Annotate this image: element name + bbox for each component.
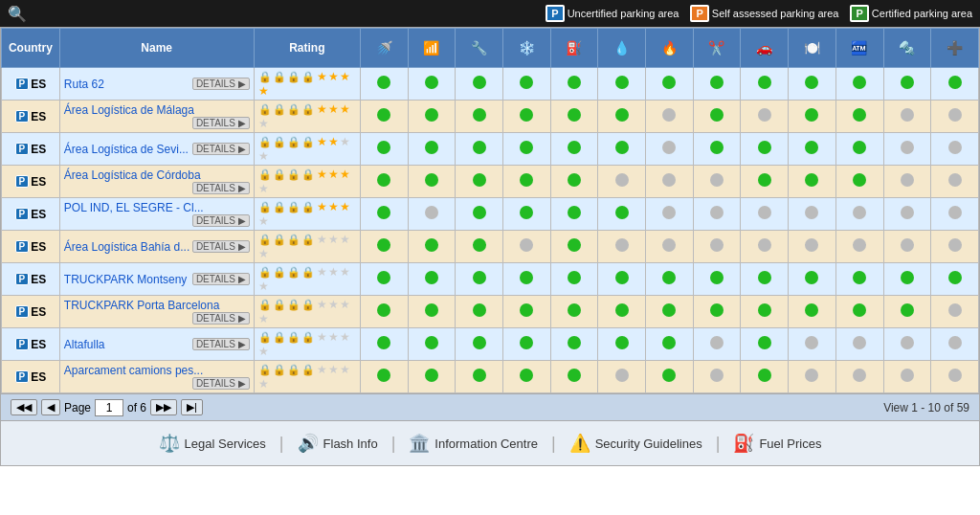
cell-country: PES xyxy=(2,101,60,133)
cell-feature xyxy=(741,328,789,361)
next-page-button[interactable]: ▶▶ xyxy=(150,399,177,415)
feature-circle xyxy=(473,206,486,219)
parking-name[interactable]: Ruta 62 xyxy=(64,78,104,91)
footer-security[interactable]: ⚠️ Security Guidelines xyxy=(558,429,714,458)
cell-name[interactable]: Ruta 62DETAILS ▶ xyxy=(59,68,254,101)
table-row: PESTRUCKPARK MontsenyDETAILS ▶🔒🔒🔒🔒★★★★ xyxy=(2,263,979,296)
cell-feature xyxy=(503,231,551,263)
th-icon-tools: 🔩 xyxy=(883,29,931,68)
cell-feature xyxy=(883,133,931,166)
cell-feature xyxy=(835,133,883,166)
footer-flash[interactable]: 🔊 Flash Info xyxy=(286,429,390,458)
details-button[interactable]: DETAILS ▶ xyxy=(192,78,250,90)
parking-name[interactable]: Aparcament camions pes... xyxy=(64,364,203,377)
cell-feature xyxy=(931,231,979,263)
country-code: ES xyxy=(31,338,46,351)
feature-circle xyxy=(901,76,914,89)
feature-circle xyxy=(710,108,724,122)
feature-circle xyxy=(473,271,486,284)
cell-feature xyxy=(408,101,456,133)
parking-name[interactable]: TRUCKPARK Montseny xyxy=(64,273,187,286)
logo-icon: 🔍 xyxy=(8,5,27,23)
cell-name[interactable]: Área Logística Bahía d...DETAILS ▶ xyxy=(59,231,254,263)
cell-feature xyxy=(789,361,836,393)
star-empty-icon: ★ xyxy=(340,265,350,279)
cell-name[interactable]: AltafullaDETAILS ▶ xyxy=(59,328,254,361)
cell-feature xyxy=(503,328,551,361)
first-page-button[interactable]: ◀◀ xyxy=(11,399,37,415)
details-button[interactable]: DETAILS ▶ xyxy=(192,182,250,194)
feature-circle xyxy=(853,206,866,219)
feature-circle xyxy=(901,206,914,219)
footer-legal[interactable]: ⚖️ Legal Services xyxy=(147,429,278,458)
cell-name[interactable]: Área Logística de Sevi...DETAILS ▶ xyxy=(59,133,254,166)
details-button[interactable]: DETAILS ▶ xyxy=(192,240,250,253)
prev-page-button[interactable]: ◀ xyxy=(41,399,60,415)
details-button[interactable]: DETAILS ▶ xyxy=(192,312,250,325)
details-button[interactable]: DETAILS ▶ xyxy=(192,214,250,227)
cell-name[interactable]: Área Logística de CórdobaDETAILS ▶ xyxy=(59,166,254,198)
parking-name[interactable]: Área Logística Bahía d... xyxy=(64,240,189,254)
feature-circle xyxy=(948,271,962,284)
feature-circle xyxy=(948,336,962,349)
feature-circle xyxy=(377,108,390,122)
lock-empty-icon: 🔒 xyxy=(258,331,272,344)
parking-name[interactable]: TRUCKPARK Porta Barcelona xyxy=(64,299,220,312)
parking-name[interactable]: Área Logística de Sevi... xyxy=(64,143,189,156)
main-table-wrapper: Country Name Rating 🚿 📶 🔧 ❄️ ⛽ 💧 🔥 ✂️ 🚗 … xyxy=(0,27,980,394)
details-button[interactable]: DETAILS ▶ xyxy=(192,273,250,285)
page-input[interactable] xyxy=(95,399,123,416)
cell-feature xyxy=(693,231,741,263)
cell-feature xyxy=(883,328,931,361)
cell-feature xyxy=(693,296,741,328)
feature-circle xyxy=(948,141,962,154)
cell-name[interactable]: Área Logística de MálagaDETAILS ▶ xyxy=(59,101,254,133)
star-empty-icon: ★ xyxy=(340,233,350,246)
lock-empty-icon: 🔒 xyxy=(301,71,315,83)
cell-name[interactable]: TRUCKPARK Porta BarcelonaDETAILS ▶ xyxy=(59,296,254,328)
details-button[interactable]: DETAILS ▶ xyxy=(192,338,250,350)
cell-feature xyxy=(503,68,551,101)
feature-circle xyxy=(615,271,629,284)
feature-circle xyxy=(948,369,962,382)
feature-circle xyxy=(615,108,629,122)
cell-feature xyxy=(646,166,694,198)
lock-empty-icon: 🔒 xyxy=(258,266,272,279)
cell-feature xyxy=(789,231,836,263)
cell-feature xyxy=(456,133,503,166)
cell-feature xyxy=(550,133,598,166)
last-page-button[interactable]: ▶| xyxy=(181,399,203,415)
details-button[interactable]: DETAILS ▶ xyxy=(192,377,250,390)
feature-circle xyxy=(805,303,818,317)
cell-feature xyxy=(503,166,551,198)
th-name: Name xyxy=(59,29,254,68)
footer-fuel[interactable]: ⛽ Fuel Prices xyxy=(722,429,833,458)
parking-name[interactable]: Área Logística de Córdoba xyxy=(64,168,201,182)
star-empty-icon: ★ xyxy=(258,377,269,391)
feature-circle xyxy=(758,141,771,154)
feature-circle xyxy=(377,271,390,284)
cell-name[interactable]: TRUCKPARK MontsenyDETAILS ▶ xyxy=(59,263,254,296)
feature-circle xyxy=(377,238,390,252)
feature-circle xyxy=(805,108,818,122)
feature-circle xyxy=(568,271,581,284)
cell-feature xyxy=(835,263,883,296)
footer-fuel-label: Fuel Prices xyxy=(759,437,821,451)
table-row: PESAparcament camions pes...DETAILS ▶🔒🔒🔒… xyxy=(2,361,979,393)
cell-name[interactable]: POL IND, EL SEGRE - Cl...DETAILS ▶ xyxy=(59,198,254,231)
details-button[interactable]: DETAILS ▶ xyxy=(192,117,250,129)
parking-name[interactable]: POL IND, EL SEGRE - Cl... xyxy=(64,201,204,214)
cell-name[interactable]: Aparcament camions pes...DETAILS ▶ xyxy=(59,361,254,393)
feature-circle xyxy=(425,141,438,154)
footer-info[interactable]: 🏛️ Information Centre xyxy=(397,429,549,458)
feature-circle xyxy=(473,173,486,187)
th-rating: Rating xyxy=(254,29,361,68)
details-button[interactable]: DETAILS ▶ xyxy=(192,143,250,155)
cell-feature xyxy=(361,361,409,393)
country-code: ES xyxy=(31,370,46,384)
parking-name[interactable]: Área Logística de Málaga xyxy=(64,103,194,117)
cell-country: PES xyxy=(2,133,60,166)
cell-feature xyxy=(550,263,598,296)
lock-empty-icon: 🔒 xyxy=(287,136,301,148)
parking-name[interactable]: Altafulla xyxy=(64,338,105,351)
